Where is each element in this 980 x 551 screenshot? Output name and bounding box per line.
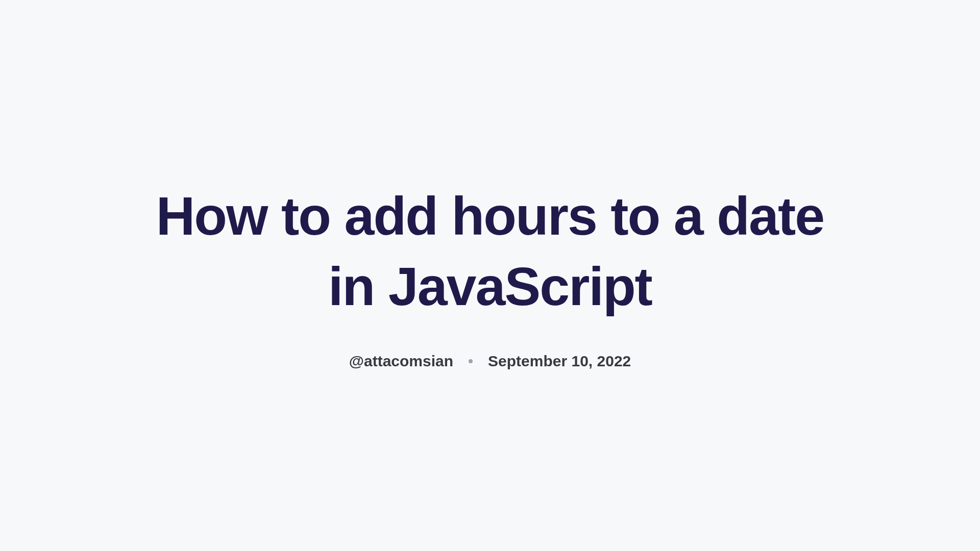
- article-meta: @attacomsian September 10, 2022: [153, 353, 827, 370]
- article-date: September 10, 2022: [488, 353, 631, 370]
- meta-separator-icon: [469, 359, 473, 363]
- article-title: How to add hours to a date in JavaScript: [153, 181, 827, 322]
- article-author: @attacomsian: [349, 353, 453, 370]
- article-container: How to add hours to a date in JavaScript…: [133, 181, 847, 370]
